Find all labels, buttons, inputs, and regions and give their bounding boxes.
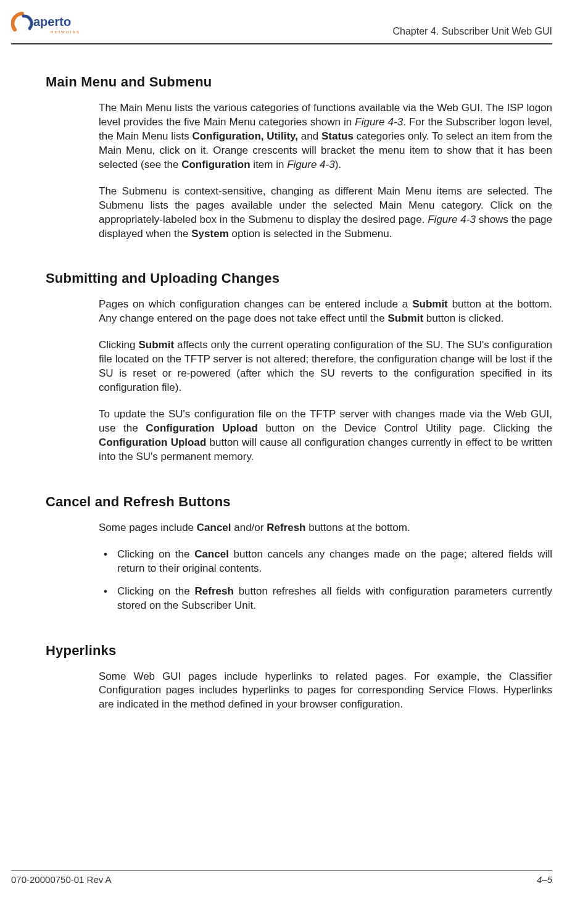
submit-p2: Clicking Submit affects only the current… <box>99 338 552 395</box>
block-cancel: Some pages include Cancel and/or Refresh… <box>99 521 552 613</box>
page-content: Main Menu and Submenu The Main Menu list… <box>11 44 552 712</box>
page-header: aperto networks Chapter 4. Subscriber Un… <box>11 11 552 41</box>
block-submit: Pages on which configuration changes can… <box>99 298 552 464</box>
cancel-bullets: Clicking on the Cancel button cancels an… <box>99 548 552 613</box>
list-item: Clicking on the Cancel button cancels an… <box>99 548 552 576</box>
block-main-menu: The Main Menu lists the various categori… <box>99 101 552 241</box>
submit-p3: To update the SU's configuration file on… <box>99 407 552 464</box>
heading-submit: Submitting and Uploading Changes <box>46 270 552 286</box>
main-menu-p1: The Main Menu lists the various categori… <box>99 101 552 172</box>
logo-text-main: aperto <box>33 15 71 28</box>
page-number: 4–5 <box>537 874 552 885</box>
submit-p1: Pages on which configuration changes can… <box>99 298 552 326</box>
brand-logo: aperto networks <box>11 11 85 37</box>
aperto-logo-icon: aperto networks <box>11 11 85 37</box>
block-hyperlinks: Some Web GUI pages include hyperlinks to… <box>99 670 552 712</box>
chapter-title: Chapter 4. Subscriber Unit Web GUI <box>393 26 552 37</box>
heading-main-menu: Main Menu and Submenu <box>46 74 552 90</box>
doc-id: 070-20000750-01 Rev A <box>11 874 112 885</box>
main-menu-p2: The Submenu is context-sensitive, changi… <box>99 185 552 241</box>
cancel-p1: Some pages include Cancel and/or Refresh… <box>99 521 552 535</box>
page-footer: 070-20000750-01 Rev A 4–5 <box>11 870 552 885</box>
hyperlinks-p1: Some Web GUI pages include hyperlinks to… <box>99 670 552 712</box>
footer-divider <box>11 870 552 871</box>
logo-text-sub: networks <box>51 29 80 35</box>
list-item: Clicking on the Refresh button refreshes… <box>99 585 552 613</box>
heading-cancel: Cancel and Refresh Buttons <box>46 494 552 510</box>
heading-hyperlinks: Hyperlinks <box>46 643 552 659</box>
